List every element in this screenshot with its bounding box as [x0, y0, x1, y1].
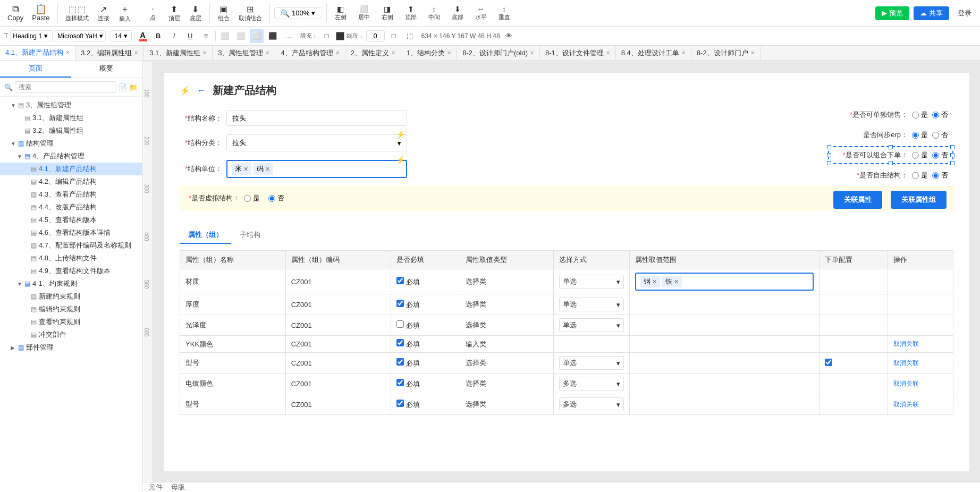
- combinable-no-radio[interactable]: 否: [932, 150, 948, 160]
- virtual-no-radio[interactable]: 否: [268, 193, 284, 203]
- required-checkbox-3[interactable]: [396, 320, 404, 328]
- sidebar-item-edit-constraint[interactable]: ▤ 编辑约束规则: [0, 303, 142, 316]
- line-dash-button[interactable]: ⬚: [403, 29, 417, 43]
- required-checkbox-4[interactable]: [396, 339, 404, 346]
- fill-color-button[interactable]: □: [320, 29, 334, 43]
- tab-8[interactable]: 8-1、设计文件管理 ✕: [540, 46, 616, 61]
- required-checkbox-1[interactable]: [396, 277, 404, 284]
- tab-9[interactable]: 8.4、处理设计工单 ✕: [616, 46, 691, 61]
- cancel-link-7[interactable]: 取消关联: [893, 401, 919, 408]
- tab-close-5[interactable]: ✕: [391, 50, 395, 56]
- sidebar-item-view-version-detail[interactable]: ▤ 4.6、查看结构版本详情: [0, 226, 142, 239]
- select-mode-6[interactable]: 多选 ▾: [559, 377, 624, 391]
- cancel-link-4[interactable]: 取消关联: [893, 340, 919, 347]
- top-button[interactable]: ⬆ 顶层: [165, 3, 184, 23]
- tab-3[interactable]: 3、属性组管理 ✕: [213, 46, 275, 61]
- sidebar-item-constraint-rules[interactable]: ▼ ▤ 4-1、约束规则: [0, 277, 142, 290]
- sidebar-item-attr-group[interactable]: ▼ ▤ 3、属性组管理: [0, 99, 142, 112]
- bottom-button[interactable]: ⬇ 底层: [186, 3, 205, 23]
- align-left-text-button[interactable]: ⬜: [218, 29, 232, 43]
- sidebar-item-view-product-struct[interactable]: ▤ 4.3、查看产品结构: [0, 188, 142, 201]
- zoom-control[interactable]: 🔍 100% ▾: [274, 7, 322, 19]
- sidebar-item-view-versions[interactable]: ▤ 4.5、查看结构版本: [0, 214, 142, 226]
- virtual-yes-radio[interactable]: 是: [244, 193, 260, 203]
- combinable-yes-radio[interactable]: 是: [912, 150, 928, 160]
- align-bottom-button[interactable]: ⬇ 底部: [448, 4, 467, 22]
- share-button[interactable]: ☁ 共享: [914, 6, 949, 20]
- sidebar-item-configure-parts[interactable]: ▤ 4.7、配置部件编码及名称规则: [0, 239, 142, 252]
- tab-close-3[interactable]: ✕: [265, 50, 269, 56]
- heading-select[interactable]: Heading 1 ▾: [10, 30, 53, 41]
- align-top-button[interactable]: ⬆ 顶部: [401, 4, 420, 22]
- preview-button[interactable]: ▶ 预览: [875, 6, 909, 20]
- paste-button[interactable]: 📋 Paste: [29, 3, 53, 23]
- copy-button[interactable]: ⧉ Copy: [4, 3, 27, 23]
- associate-attr-button[interactable]: 关联属性: [833, 191, 882, 209]
- font-color-button[interactable]: A: [137, 30, 149, 43]
- font-size-select[interactable]: 14 ▾: [111, 30, 132, 41]
- list-button[interactable]: ≡: [199, 29, 213, 43]
- associate-group-button[interactable]: 关联属性组: [891, 191, 947, 209]
- tab-close-8[interactable]: ✕: [606, 50, 610, 56]
- line-style-button[interactable]: □: [387, 29, 401, 43]
- insert-button[interactable]: ＋ 插入: [115, 3, 134, 24]
- sidebar-item-revise-product-struct[interactable]: ▤ 4.4、改版产品结构: [0, 201, 142, 214]
- tab-close-1[interactable]: ✕: [134, 50, 138, 56]
- font-family-select[interactable]: Microsoft YaH ▾: [55, 30, 105, 41]
- align-right-button[interactable]: ◨ 右侧: [378, 4, 397, 22]
- connect-button[interactable]: ↗ 连接: [94, 3, 113, 23]
- select-mode-button[interactable]: ⬚⬚ 选择模式: [62, 3, 92, 23]
- align-right-text-button[interactable]: ⬜: [250, 29, 264, 43]
- point-button[interactable]: · 点: [143, 3, 163, 23]
- name-input[interactable]: [226, 111, 407, 126]
- select-mode-5[interactable]: 单选 ▾: [559, 356, 624, 370]
- unit-tag-input[interactable]: 米 ✕ 码 ✕: [226, 160, 407, 178]
- range-tag-steel-remove[interactable]: ✕: [652, 278, 657, 285]
- sellable-no-radio[interactable]: 否: [932, 110, 948, 120]
- required-checkbox-5[interactable]: [396, 358, 404, 366]
- free-yes-radio[interactable]: 是: [912, 171, 928, 180]
- login-button[interactable]: 登录: [953, 6, 976, 20]
- sidebar-item-new-attr-group[interactable]: ▤ 3.1、新建属性组: [0, 112, 142, 124]
- tab-7[interactable]: 8-2、设计师门户(old) ✕: [457, 46, 540, 61]
- fill-black-button[interactable]: [336, 32, 344, 40]
- sidebar-item-parts-mgmt[interactable]: ▶ ▤ 部件管理: [0, 341, 142, 354]
- tab-10[interactable]: 8-2、设计师门户 ✕: [691, 46, 761, 61]
- sidebar-item-edit-attr-group[interactable]: ▤ 3.2、编辑属性组: [0, 124, 142, 137]
- select-mode-3[interactable]: 单选 ▾: [559, 318, 624, 332]
- sidebar-tab-outline[interactable]: 概要: [71, 61, 142, 78]
- required-checkbox-2[interactable]: [396, 300, 404, 307]
- tab-close-7[interactable]: ✕: [530, 50, 534, 56]
- sidebar-item-upload-struct[interactable]: ▤ 4.8、上传结构文件: [0, 252, 142, 265]
- tab-6[interactable]: 1、结构分类 ✕: [401, 46, 457, 61]
- new-folder-icon[interactable]: 📁: [129, 83, 138, 91]
- select-mode-7[interactable]: 多选 ▾: [559, 397, 624, 411]
- tab-close-4[interactable]: ✕: [335, 50, 340, 56]
- italic-button[interactable]: I: [167, 29, 181, 43]
- sellable-yes-radio[interactable]: 是: [912, 110, 928, 120]
- unit-tag-ma-remove[interactable]: ✕: [265, 166, 270, 173]
- align-center-button[interactable]: ⬜ 居中: [354, 4, 374, 22]
- select-mode-1[interactable]: 单选 ▾: [559, 275, 624, 289]
- select-mode-2[interactable]: 单选 ▾: [559, 298, 624, 311]
- order-config-5[interactable]: [825, 359, 832, 366]
- required-checkbox-7[interactable]: [396, 400, 404, 407]
- line-value-input[interactable]: [366, 30, 385, 41]
- sidebar-item-edit-product-struct[interactable]: ▤ 4.2、编辑产品结构: [0, 175, 142, 188]
- format-more-button[interactable]: …: [282, 29, 295, 43]
- bold-button[interactable]: B: [151, 29, 165, 43]
- underline-button[interactable]: U: [183, 29, 197, 43]
- unit-tag-mi-remove[interactable]: ✕: [243, 166, 248, 173]
- align-left-button[interactable]: ◧ 左侧: [331, 4, 350, 22]
- sidebar-item-view-file-versions[interactable]: ▤ 4.9、查看结构文件版本: [0, 265, 142, 277]
- sidebar-item-new-constraint[interactable]: ▤ 新建约束规则: [0, 290, 142, 303]
- form-tab-child[interactable]: 子结构: [231, 227, 269, 244]
- free-no-radio[interactable]: 否: [932, 171, 948, 180]
- sidebar-item-conflict-parts[interactable]: ▤ 冲突部件: [0, 328, 142, 341]
- tab-5[interactable]: 2、属性定义 ✕: [345, 46, 401, 61]
- tab-2[interactable]: 3.1、新建属性组 ✕: [144, 46, 213, 61]
- tab-close-0[interactable]: ✕: [65, 49, 70, 55]
- sidebar-item-product-struct[interactable]: ▼ ▤ 4、产品结构管理: [0, 150, 142, 163]
- ungroup-button[interactable]: ⊞ 取消组合: [235, 3, 265, 23]
- group-button[interactable]: ▣ 组合: [214, 3, 233, 23]
